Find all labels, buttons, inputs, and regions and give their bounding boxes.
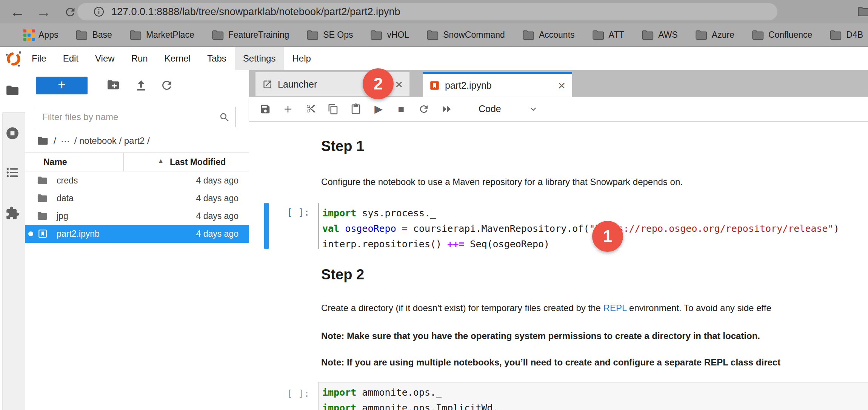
bookmark-clipped[interactable] (857, 6, 868, 17)
reload-icon (64, 6, 77, 18)
bookmark-confluence[interactable]: Confluence (752, 30, 812, 40)
folder-icon (212, 30, 225, 40)
column-name[interactable]: Name (43, 157, 67, 167)
menu-settings[interactable]: Settings (235, 47, 284, 70)
sort-ascending-icon[interactable]: ▲ (158, 157, 164, 164)
new-launcher-button[interactable]: + (36, 77, 88, 94)
file-row-data[interactable]: data 4 days ago (25, 190, 249, 207)
bookmark-marketplace[interactable]: MarketPlace (129, 30, 194, 40)
bookmark-base[interactable]: Base (75, 30, 112, 40)
file-browser-panel: + / ··· / notebook / part2 / Name ▲ La (25, 70, 249, 410)
url-bar[interactable]: 127.0.0.1:8888/lab/tree/snowparklab/note… (77, 3, 777, 20)
bookmark-snowcommand[interactable]: SnowCommand (426, 30, 505, 40)
bookmark-azure[interactable]: Azure (695, 30, 734, 40)
cut-cells-button[interactable] (304, 103, 317, 116)
breadcrumb-ellipsis[interactable]: ··· (61, 136, 70, 146)
activity-bar-panel (2, 113, 25, 410)
bookmark-label: Confluence (768, 30, 812, 40)
menu-edit[interactable]: Edit (55, 47, 87, 70)
list-icon (5, 165, 20, 180)
forward-button[interactable]: → (34, 2, 54, 22)
notebook-icon (429, 80, 440, 91)
refresh-button[interactable] (160, 79, 174, 93)
cell-type-dropdown[interactable]: Code (479, 103, 501, 114)
file-modified: 4 days ago (196, 193, 239, 203)
jupyterlab-menubar: FileEditViewRunKernelTabsSettingsHelp (0, 47, 868, 70)
file-list-header: Name ▲ Last Modified (25, 153, 249, 171)
cell-collapser[interactable] (264, 203, 269, 249)
restart-icon (418, 103, 429, 115)
folder-icon (426, 30, 439, 40)
bookmark-label: SE Ops (323, 30, 353, 40)
launcher-icon (262, 79, 272, 89)
step1-paragraph: Configure the notebook to use a Maven re… (321, 177, 683, 187)
tab-part2-ipynb[interactable]: part2.ipynb × (423, 72, 572, 97)
folder-icon (752, 30, 765, 40)
bookmark-featuretraining[interactable]: FeatureTraining (212, 30, 289, 40)
breadcrumb-root[interactable]: / (54, 136, 56, 146)
upload-button[interactable] (134, 79, 149, 93)
menu-tabs[interactable]: Tabs (199, 47, 235, 70)
folder-icon (642, 30, 654, 40)
copy-cells-button[interactable] (327, 103, 340, 116)
folder-icon (75, 30, 88, 40)
menu-file[interactable]: File (23, 47, 55, 70)
step2-note-1: Note: Make sure that you have the operat… (321, 331, 760, 341)
run-all-button[interactable] (440, 103, 453, 116)
close-tab-icon[interactable]: × (395, 79, 403, 90)
new-folder-button[interactable] (106, 79, 121, 93)
search-icon[interactable] (219, 112, 230, 123)
paste-cells-button[interactable] (349, 103, 362, 116)
home-folder-icon[interactable] (37, 136, 49, 146)
notebook-scroll-area: Step 1 Configure the notebook to use a M… (249, 122, 868, 410)
apps-grid-icon (23, 29, 35, 41)
annotation-circle-1: 1 (592, 221, 623, 252)
close-tab-icon[interactable]: × (558, 80, 565, 91)
notebook-icon (37, 229, 48, 239)
bookmark-aws[interactable]: AWS (642, 30, 678, 40)
chevron-down-icon[interactable] (528, 104, 538, 114)
folder-icon (37, 211, 48, 221)
code-cell-2[interactable]: import ammonite.ops._import ammonite.ops… (318, 382, 868, 410)
file-row-creds[interactable]: creds 4 days ago (25, 172, 249, 190)
bookmark-se-ops[interactable]: SE Ops (306, 30, 353, 40)
folder-icon (592, 30, 605, 40)
filter-files-input[interactable] (42, 107, 212, 127)
annotation-circle-2: 2 (363, 68, 394, 99)
bookmark-apps[interactable]: Apps (23, 29, 58, 41)
refresh-icon (160, 79, 174, 92)
menu-help[interactable]: Help (284, 47, 319, 70)
bookmark-label: Apps (38, 30, 58, 40)
file-row-part2-ipynb[interactable]: part2.ipynb 4 days ago (25, 225, 249, 243)
extensions-tab[interactable] (5, 206, 20, 220)
insert-cell-button[interactable] (282, 103, 294, 116)
bookmark-accounts[interactable]: Accounts (522, 30, 575, 40)
bookmark-label: ATT (609, 30, 625, 40)
upload-icon (134, 79, 148, 92)
menu-kernel[interactable]: Kernel (156, 47, 199, 70)
restart-kernel-button[interactable] (417, 103, 430, 116)
column-last-modified[interactable]: Last Modified (170, 157, 226, 167)
bookmark-label: Accounts (539, 30, 575, 40)
file-browser-tab[interactable] (5, 84, 20, 98)
kernel-running-dot (28, 231, 33, 236)
repl-link[interactable]: REPL (603, 303, 627, 313)
info-icon[interactable] (93, 6, 105, 17)
folder-icon (522, 30, 535, 40)
menu-view[interactable]: View (87, 47, 123, 70)
stop-button[interactable]: ■ (395, 103, 408, 116)
bookmarks-bar: AppsBaseMarketPlaceFeatureTrainingSE Ops… (0, 23, 868, 47)
back-button[interactable]: ← (8, 2, 27, 22)
breadcrumb-path[interactable]: / notebook / part2 / (74, 136, 150, 146)
table-of-contents-tab[interactable] (5, 165, 20, 180)
menu-run[interactable]: Run (123, 47, 156, 70)
file-modified: 4 days ago (196, 229, 239, 239)
bookmark-vhol[interactable]: vHOL (370, 30, 409, 40)
save-button[interactable] (259, 103, 272, 116)
bookmark-att[interactable]: ATT (592, 30, 625, 40)
bookmark-d4b[interactable]: D4B (830, 30, 863, 40)
step2-paragraph: Create a directory (if it doesn't exist)… (321, 303, 771, 313)
running-kernels-tab[interactable] (5, 126, 20, 140)
run-button[interactable]: ▶ (372, 103, 385, 116)
file-row-jpg[interactable]: jpg 4 days ago (25, 207, 249, 225)
